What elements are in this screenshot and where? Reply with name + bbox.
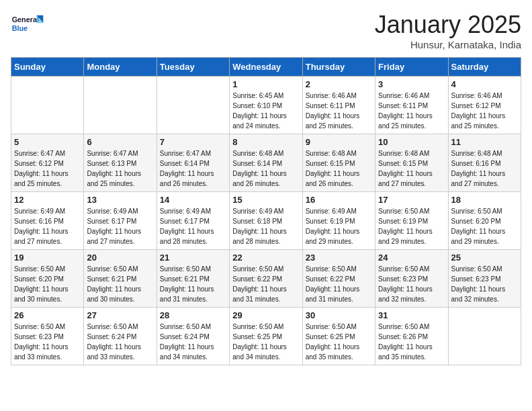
week-row-5: 26Sunrise: 6:50 AMSunset: 6:23 PMDayligh… xyxy=(11,308,521,365)
week-row-1: 1Sunrise: 6:45 AMSunset: 6:10 PMDaylight… xyxy=(11,77,521,134)
day-info: Sunrise: 6:46 AMSunset: 6:11 PMDaylight:… xyxy=(378,91,445,131)
day-info: Sunrise: 6:49 AMSunset: 6:17 PMDaylight:… xyxy=(160,206,226,246)
calendar-cell: 6Sunrise: 6:47 AMSunset: 6:13 PMDaylight… xyxy=(84,134,157,192)
day-info: Sunrise: 6:50 AMSunset: 6:22 PMDaylight:… xyxy=(306,264,372,304)
day-number: 2 xyxy=(306,79,372,89)
title-block: January 2025 Hunsur, Karnataka, India xyxy=(375,11,521,50)
location: Hunsur, Karnataka, India xyxy=(375,39,521,50)
day-number: 27 xyxy=(87,310,153,320)
day-number: 28 xyxy=(160,310,226,320)
calendar-cell xyxy=(84,77,157,134)
day-info: Sunrise: 6:50 AMSunset: 6:23 PMDaylight:… xyxy=(378,264,445,304)
calendar-cell: 23Sunrise: 6:50 AMSunset: 6:22 PMDayligh… xyxy=(302,250,375,308)
day-info: Sunrise: 6:50 AMSunset: 6:26 PMDaylight:… xyxy=(378,322,445,362)
logo-icon: General Blue xyxy=(11,11,44,38)
day-info: Sunrise: 6:45 AMSunset: 6:10 PMDaylight:… xyxy=(232,91,299,131)
day-info: Sunrise: 6:50 AMSunset: 6:25 PMDaylight:… xyxy=(306,322,372,362)
calendar-cell: 30Sunrise: 6:50 AMSunset: 6:25 PMDayligh… xyxy=(302,308,375,365)
day-number: 20 xyxy=(87,253,153,263)
calendar-cell: 5Sunrise: 6:47 AMSunset: 6:12 PMDaylight… xyxy=(11,134,84,192)
day-number: 17 xyxy=(378,195,445,205)
calendar-cell: 7Sunrise: 6:47 AMSunset: 6:14 PMDaylight… xyxy=(157,134,229,192)
day-info: Sunrise: 6:50 AMSunset: 6:22 PMDaylight:… xyxy=(232,264,299,304)
calendar-cell xyxy=(157,77,229,134)
calendar-cell: 25Sunrise: 6:50 AMSunset: 6:23 PMDayligh… xyxy=(448,250,521,308)
day-number: 23 xyxy=(306,253,372,263)
day-info: Sunrise: 6:49 AMSunset: 6:16 PMDaylight:… xyxy=(14,206,81,246)
day-number: 21 xyxy=(160,253,226,263)
day-number: 10 xyxy=(378,137,445,147)
day-info: Sunrise: 6:47 AMSunset: 6:13 PMDaylight:… xyxy=(87,148,153,189)
day-number: 31 xyxy=(378,310,445,320)
day-info: Sunrise: 6:50 AMSunset: 6:24 PMDaylight:… xyxy=(160,322,226,362)
calendar-cell: 29Sunrise: 6:50 AMSunset: 6:25 PMDayligh… xyxy=(230,308,302,365)
day-number: 6 xyxy=(87,137,153,147)
day-info: Sunrise: 6:46 AMSunset: 6:11 PMDaylight:… xyxy=(306,91,372,131)
weekday-header-monday: Monday xyxy=(84,58,157,77)
calendar-cell: 15Sunrise: 6:49 AMSunset: 6:18 PMDayligh… xyxy=(230,192,302,250)
calendar-cell: 8Sunrise: 6:48 AMSunset: 6:14 PMDaylight… xyxy=(230,134,302,192)
calendar-cell: 31Sunrise: 6:50 AMSunset: 6:26 PMDayligh… xyxy=(375,308,448,365)
logo: General Blue xyxy=(11,11,44,38)
day-info: Sunrise: 6:47 AMSunset: 6:12 PMDaylight:… xyxy=(14,148,81,189)
day-info: Sunrise: 6:50 AMSunset: 6:24 PMDaylight:… xyxy=(87,322,153,362)
day-number: 11 xyxy=(451,137,518,147)
day-number: 7 xyxy=(160,137,226,147)
weekday-header-row: SundayMondayTuesdayWednesdayThursdayFrid… xyxy=(11,58,521,77)
page-header: General Blue January 2025 Hunsur, Karnat… xyxy=(11,11,521,50)
day-number: 13 xyxy=(87,195,153,205)
weekday-header-wednesday: Wednesday xyxy=(230,58,302,77)
day-info: Sunrise: 6:48 AMSunset: 6:15 PMDaylight:… xyxy=(378,148,445,189)
day-number: 29 xyxy=(232,310,299,320)
day-number: 12 xyxy=(14,195,81,205)
calendar-cell: 17Sunrise: 6:50 AMSunset: 6:19 PMDayligh… xyxy=(375,192,448,250)
week-row-2: 5Sunrise: 6:47 AMSunset: 6:12 PMDaylight… xyxy=(11,134,521,192)
day-number: 24 xyxy=(378,253,445,263)
weekday-header-tuesday: Tuesday xyxy=(157,58,229,77)
day-info: Sunrise: 6:49 AMSunset: 6:18 PMDaylight:… xyxy=(232,206,299,246)
day-info: Sunrise: 6:49 AMSunset: 6:19 PMDaylight:… xyxy=(306,206,372,246)
week-row-4: 19Sunrise: 6:50 AMSunset: 6:20 PMDayligh… xyxy=(11,250,521,308)
day-info: Sunrise: 6:47 AMSunset: 6:14 PMDaylight:… xyxy=(160,148,226,189)
day-info: Sunrise: 6:48 AMSunset: 6:14 PMDaylight:… xyxy=(232,148,299,189)
day-number: 25 xyxy=(451,253,518,263)
calendar-cell: 19Sunrise: 6:50 AMSunset: 6:20 PMDayligh… xyxy=(11,250,84,308)
day-number: 1 xyxy=(232,79,299,89)
calendar-cell: 1Sunrise: 6:45 AMSunset: 6:10 PMDaylight… xyxy=(230,77,302,134)
calendar-cell: 22Sunrise: 6:50 AMSunset: 6:22 PMDayligh… xyxy=(230,250,302,308)
day-info: Sunrise: 6:48 AMSunset: 6:16 PMDaylight:… xyxy=(451,148,518,189)
calendar-cell xyxy=(11,77,84,134)
day-info: Sunrise: 6:50 AMSunset: 6:21 PMDaylight:… xyxy=(87,264,153,304)
calendar-cell: 16Sunrise: 6:49 AMSunset: 6:19 PMDayligh… xyxy=(302,192,375,250)
weekday-header-friday: Friday xyxy=(375,58,448,77)
calendar-cell: 10Sunrise: 6:48 AMSunset: 6:15 PMDayligh… xyxy=(375,134,448,192)
day-info: Sunrise: 6:46 AMSunset: 6:12 PMDaylight:… xyxy=(451,91,518,131)
calendar-cell: 12Sunrise: 6:49 AMSunset: 6:16 PMDayligh… xyxy=(11,192,84,250)
day-info: Sunrise: 6:49 AMSunset: 6:17 PMDaylight:… xyxy=(87,206,153,246)
weekday-header-saturday: Saturday xyxy=(448,58,521,77)
day-info: Sunrise: 6:50 AMSunset: 6:25 PMDaylight:… xyxy=(232,322,299,362)
calendar-cell: 14Sunrise: 6:49 AMSunset: 6:17 PMDayligh… xyxy=(157,192,229,250)
day-info: Sunrise: 6:50 AMSunset: 6:23 PMDaylight:… xyxy=(14,322,81,362)
day-number: 3 xyxy=(378,79,445,89)
day-number: 9 xyxy=(306,137,372,147)
day-info: Sunrise: 6:50 AMSunset: 6:23 PMDaylight:… xyxy=(451,264,518,304)
calendar-cell: 24Sunrise: 6:50 AMSunset: 6:23 PMDayligh… xyxy=(375,250,448,308)
calendar-cell: 2Sunrise: 6:46 AMSunset: 6:11 PMDaylight… xyxy=(302,77,375,134)
day-number: 8 xyxy=(232,137,299,147)
day-number: 22 xyxy=(232,253,299,263)
calendar-cell: 9Sunrise: 6:48 AMSunset: 6:15 PMDaylight… xyxy=(302,134,375,192)
month-title: January 2025 xyxy=(375,11,521,39)
calendar-cell: 13Sunrise: 6:49 AMSunset: 6:17 PMDayligh… xyxy=(84,192,157,250)
calendar-cell: 18Sunrise: 6:50 AMSunset: 6:20 PMDayligh… xyxy=(448,192,521,250)
calendar-cell: 21Sunrise: 6:50 AMSunset: 6:21 PMDayligh… xyxy=(157,250,229,308)
day-number: 19 xyxy=(14,253,81,263)
day-number: 4 xyxy=(451,79,518,89)
svg-text:Blue: Blue xyxy=(12,24,28,32)
day-number: 26 xyxy=(14,310,81,320)
day-info: Sunrise: 6:50 AMSunset: 6:20 PMDaylight:… xyxy=(14,264,81,304)
day-number: 30 xyxy=(306,310,372,320)
day-info: Sunrise: 6:48 AMSunset: 6:15 PMDaylight:… xyxy=(306,148,372,189)
week-row-3: 12Sunrise: 6:49 AMSunset: 6:16 PMDayligh… xyxy=(11,192,521,250)
day-number: 14 xyxy=(160,195,226,205)
